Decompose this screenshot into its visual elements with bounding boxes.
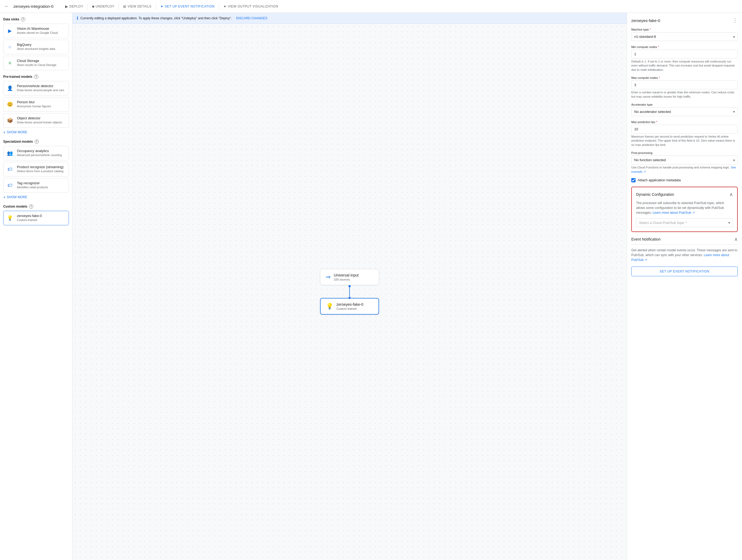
sidebar-item-bigquery[interactable]: ○ BigQuery Store structured insights dat… bbox=[3, 40, 69, 54]
panel-title: zeroeyes-fake-0 bbox=[631, 18, 660, 23]
accelerator-select[interactable]: No accelerator selected NVIDIA Tesla T4 … bbox=[631, 107, 738, 116]
post-processing-select[interactable]: No function selected bbox=[631, 156, 738, 164]
setup-event-notification-button[interactable]: SET UP EVENT NOTIFICATION bbox=[631, 267, 738, 276]
input-node[interactable]: ⇒ Universal input 100 sources bbox=[320, 269, 379, 285]
min-compute-hint: Default is 1. If set to 1 or more, then … bbox=[631, 59, 738, 72]
attach-metadata-label[interactable]: Attach application metadata bbox=[638, 178, 681, 182]
post-processing-group: Post-processing No function selected Use… bbox=[631, 151, 738, 174]
post-processing-hint: Use Cloud Functions to handle post-proce… bbox=[631, 165, 738, 174]
machine-type-select[interactable]: n1-standard-8 n1-standard-4 n1-standard-… bbox=[631, 32, 738, 41]
pubsub-topic-select[interactable]: Select a Cloud Pub/Sub topic * bbox=[636, 218, 733, 227]
object-detector-icon: 📦 bbox=[6, 116, 14, 125]
sidebar-item-occupancy[interactable]: 👥 Occupancy analytics Advanced person/ve… bbox=[3, 146, 69, 160]
dynamic-config-header: Dynamic Configuration ∧ bbox=[636, 192, 733, 197]
input-node-icon: ⇒ bbox=[326, 273, 330, 281]
max-fps-hint: Maximum frames per second to send predic… bbox=[631, 135, 738, 147]
person-vehicle-icon: 👤 bbox=[6, 84, 14, 93]
pretrained-help-icon[interactable]: ? bbox=[34, 74, 38, 79]
view-details-button[interactable]: ⊞ VIEW DETAILS bbox=[120, 3, 155, 10]
pretrained-header: Pre-trained models ? bbox=[3, 74, 69, 79]
show-more-pretrained[interactable]: ∨ SHOW MORE bbox=[3, 129, 69, 135]
pubsub-select-wrapper: Select a Cloud Pub/Sub topic * bbox=[636, 218, 733, 227]
sidebar-item-product-recognize[interactable]: 🏷 Product recognize (streaming) Detect i… bbox=[3, 162, 69, 176]
sidebar-item-person-blur[interactable]: 😊 Person blur Anonymize human figures bbox=[3, 97, 69, 112]
sidebar-item-person-vehicle[interactable]: 👤 Person/vehicle detector Draw boxes aro… bbox=[3, 81, 69, 96]
left-sidebar: Data sinks ? ▶ Vision AI Warehouse Asset… bbox=[0, 13, 72, 560]
output-node[interactable]: 💡 zeroeyes-fake-0 Custom-trained bbox=[320, 298, 379, 315]
occupancy-icon: 👥 bbox=[6, 149, 14, 157]
min-compute-group: Min compute nodes * Default is 1. If set… bbox=[631, 45, 738, 72]
event-notification-desc: Get alerted when certain model events oc… bbox=[631, 248, 738, 262]
specialized-header: Specialized models ? bbox=[3, 140, 69, 144]
view-details-icon: ⊞ bbox=[123, 4, 126, 9]
sidebar-item-object-detector[interactable]: 📦 Object detector Draw boxes around know… bbox=[3, 113, 69, 128]
vision-ai-icon: ▶ bbox=[6, 27, 14, 35]
machine-type-group: Machine type * n1-standard-8 n1-standard… bbox=[631, 28, 738, 41]
attach-metadata-row: Attach application metadata bbox=[631, 178, 738, 183]
undeploy-icon: ■ bbox=[92, 4, 94, 9]
max-fps-input[interactable] bbox=[631, 125, 738, 134]
specialized-help-icon[interactable]: ? bbox=[35, 140, 39, 144]
sidebar-item-vision-ai[interactable]: ▶ Vision AI Warehouse Assets stored on G… bbox=[3, 23, 69, 38]
max-compute-group: Max compute nodes * Enter a number equal… bbox=[631, 76, 738, 99]
custom-help-icon[interactable]: ? bbox=[29, 204, 33, 209]
main-layout: Data sinks ? ▶ Vision AI Warehouse Asset… bbox=[0, 13, 742, 560]
output-node-icon: 💡 bbox=[326, 303, 333, 310]
max-fps-group: Max prediction fps * Maximum frames per … bbox=[631, 120, 738, 147]
machine-type-select-wrapper: n1-standard-8 n1-standard-4 n1-standard-… bbox=[631, 32, 738, 41]
setup-event-button[interactable]: ✦ SET UP EVENT NOTIFICATION bbox=[157, 3, 218, 10]
pipeline-container: ⇒ Universal input 100 sources 💡 zeroeyes… bbox=[320, 269, 379, 315]
max-fps-label: Max prediction fps * bbox=[631, 120, 738, 123]
deploy-button[interactable]: ▶ DEPLOY bbox=[62, 3, 86, 10]
data-sinks-help-icon[interactable]: ? bbox=[21, 17, 25, 21]
event-notification-title: Event Notification bbox=[631, 237, 660, 241]
more-options-button[interactable]: ⋮ bbox=[732, 17, 738, 23]
center-canvas: ℹ Currently editing a deployed applicati… bbox=[72, 13, 627, 560]
nav-separator-3 bbox=[156, 3, 156, 10]
dynamic-config-section: Dynamic Configuration ∧ The processor wi… bbox=[631, 187, 738, 232]
pubsub-learn-more-link[interactable]: Learn more about Pub/Sub ↗ bbox=[652, 211, 695, 214]
attach-metadata-checkbox[interactable] bbox=[631, 178, 636, 183]
event-notification-collapse-button[interactable]: ∧ bbox=[734, 236, 738, 242]
chevron-down-icon: ∨ bbox=[3, 130, 6, 134]
max-compute-label: Max compute nodes * bbox=[631, 76, 738, 80]
max-compute-input[interactable] bbox=[631, 81, 738, 89]
nav-separator-4 bbox=[219, 3, 219, 10]
accelerator-label: Accelerator type bbox=[631, 103, 738, 106]
post-processing-label: Post-processing bbox=[631, 151, 738, 154]
undeploy-button[interactable]: ■ UNDEPLOY bbox=[89, 3, 117, 10]
post-processing-select-wrapper: No function selected bbox=[631, 156, 738, 164]
setup-event-icon: ✦ bbox=[160, 4, 164, 9]
top-nav: ← zeroeyes-integration-0 ▶ DEPLOY ■ UNDE… bbox=[0, 0, 742, 13]
back-button[interactable]: ← bbox=[4, 3, 9, 9]
zeroeyes-fake-icon: 💡 bbox=[6, 214, 14, 222]
sidebar-item-cloud-storage[interactable]: ≡ Cloud Storage Store results to Cloud S… bbox=[3, 56, 69, 70]
event-notification-section: Event Notification ∧ Get alerted when ce… bbox=[631, 236, 738, 276]
custom-models-header: Custom models ? bbox=[3, 204, 69, 209]
right-panel: zeroeyes-fake-0 ⋮ Machine type * n1-stan… bbox=[627, 13, 742, 560]
connector-dot-top bbox=[349, 285, 351, 287]
pipeline-canvas: ⇒ Universal input 100 sources 💡 zeroeyes… bbox=[72, 23, 627, 560]
max-compute-hint: Enter a number equal to or greater than … bbox=[631, 90, 738, 99]
dynamic-config-title: Dynamic Configuration bbox=[636, 192, 674, 197]
discard-changes-button[interactable]: DISCARD CHANGES bbox=[236, 16, 267, 20]
event-notification-header: Event Notification ∧ bbox=[631, 236, 738, 245]
person-blur-icon: 😊 bbox=[6, 100, 14, 109]
min-compute-label: Min compute nodes * bbox=[631, 45, 738, 49]
dynamic-config-collapse-button[interactable]: ∧ bbox=[729, 192, 733, 197]
sidebar-item-tag-recognizer[interactable]: 🏷 Tag recognizer Identifies retail produ… bbox=[3, 178, 69, 193]
nav-separator-2 bbox=[118, 3, 119, 10]
sidebar-item-zeroeyes-fake[interactable]: 💡 zeroeyes-fake-0 Custom-trained bbox=[3, 211, 69, 225]
panel-header: zeroeyes-fake-0 ⋮ bbox=[631, 17, 738, 23]
dynamic-config-desc: The processor will subscribe to selected… bbox=[636, 201, 733, 215]
deploy-icon: ▶ bbox=[65, 4, 68, 9]
chevron-down-icon-2: ∨ bbox=[3, 195, 6, 199]
view-output-button[interactable]: ✦ VIEW OUTPUT VISUALIZATION bbox=[220, 3, 281, 10]
product-recognize-icon: 🏷 bbox=[6, 165, 14, 173]
min-compute-input[interactable] bbox=[631, 50, 738, 58]
show-more-specialized[interactable]: ∨ SHOW MORE bbox=[3, 194, 69, 200]
pipeline-connector bbox=[349, 287, 350, 298]
accelerator-select-wrapper: No accelerator selected NVIDIA Tesla T4 … bbox=[631, 107, 738, 116]
info-icon: ℹ bbox=[77, 15, 78, 21]
info-banner: ℹ Currently editing a deployed applicati… bbox=[72, 13, 627, 23]
